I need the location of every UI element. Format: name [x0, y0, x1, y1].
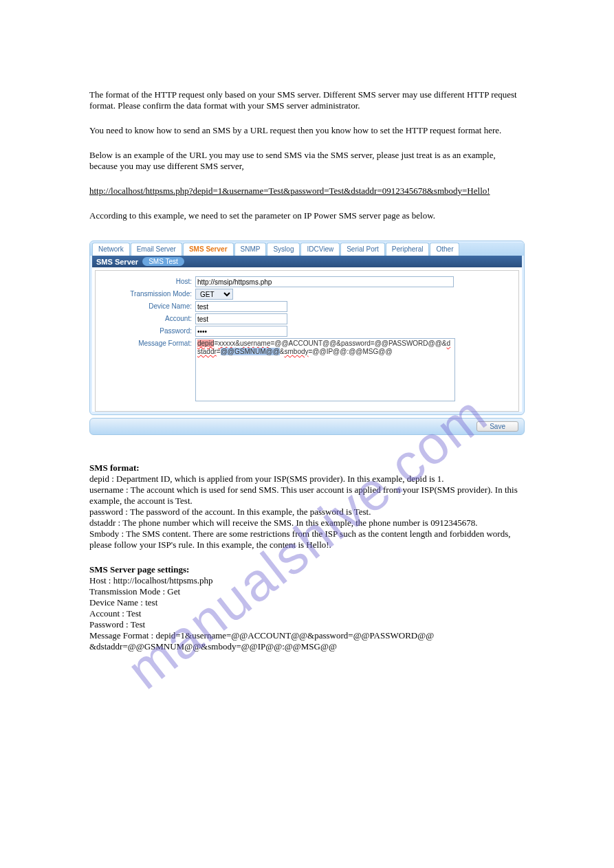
tab-sms-server[interactable]: SMS Server: [183, 243, 234, 256]
tab-label: Peripheral: [392, 245, 424, 253]
tab-network[interactable]: Network: [92, 243, 130, 256]
document-page: manualshive.com The format of the HTTP r…: [0, 0, 614, 868]
tab-email-server[interactable]: Email Server: [131, 243, 182, 256]
paragraph-intro1: The format of the HTTP request only base…: [89, 89, 525, 111]
url-example: http://localhost/httpsms.php?depid=1&use…: [89, 186, 525, 197]
label-password: Password:: [102, 326, 195, 335]
tab-label: IDCView: [307, 245, 333, 253]
setting-msgfmt: Message Format : depid=1&username=@@ACCO…: [89, 630, 525, 652]
setting-account: Account : Test: [89, 608, 525, 619]
tab-idcview[interactable]: IDCView: [300, 243, 340, 256]
label-host: Host:: [102, 276, 195, 285]
setting-password: Password : Test: [89, 619, 525, 630]
desc-password: password : The password of the account. …: [89, 507, 525, 518]
device-name-input[interactable]: [195, 301, 287, 312]
setting-mode: Transmission Mode : Get: [89, 586, 525, 597]
sms-test-button[interactable]: SMS Test: [142, 257, 184, 266]
message-format-textarea[interactable]: depid=xxxxx&username=@@ACCOUNT@@&passwor…: [195, 338, 455, 401]
label-device-name: Device Name:: [102, 301, 195, 310]
tab-other[interactable]: Other: [430, 243, 459, 256]
heading-settings: SMS Server page settings:: [89, 564, 525, 575]
tab-label: Network: [98, 245, 124, 253]
paragraph-intro2: You need to know how to send an SMS by a…: [89, 125, 525, 136]
setting-host: Host : http://localhost/httpsms.php: [89, 575, 525, 586]
tab-snmp[interactable]: SNMP: [234, 243, 267, 256]
tab-label: Serial Port: [347, 245, 379, 253]
host-input[interactable]: [195, 276, 454, 287]
panel-body: SMS Server SMS Test Host: Transmission M…: [92, 256, 522, 412]
desc-username: username : The account which is used for…: [89, 485, 525, 507]
tab-serial-port[interactable]: Serial Port: [340, 243, 385, 256]
setting-device: Device Name : test: [89, 597, 525, 608]
desc-depid: depid : Department ID, which is applied …: [89, 474, 525, 485]
section-title: SMS Server: [96, 258, 138, 266]
paragraph-intro3: Below is an example of the URL you may u…: [89, 150, 525, 172]
tab-label: SMS Server: [189, 245, 228, 253]
tab-label: Email Server: [137, 245, 176, 253]
tab-label: Syslog: [273, 245, 294, 253]
tab-label: SNMP: [241, 245, 261, 253]
save-button[interactable]: Save: [476, 421, 518, 432]
footer-bar: Save: [89, 418, 525, 435]
transmission-mode-select[interactable]: GET: [195, 289, 233, 300]
tab-peripheral[interactable]: Peripheral: [386, 243, 430, 256]
password-input[interactable]: [195, 326, 287, 337]
config-panel: Network Email Server SMS Server SNMP Sys…: [89, 241, 525, 415]
account-input[interactable]: [195, 313, 287, 324]
tab-label: Other: [436, 245, 453, 253]
tab-syslog[interactable]: Syslog: [267, 243, 300, 256]
label-transmission-mode: Transmission Mode:: [102, 289, 195, 298]
form-area: Host: Transmission Mode: GET Device Name…: [95, 270, 519, 412]
desc-smbody: Smbody : The SMS content. There are some…: [89, 528, 525, 550]
heading-sms-format: SMS format:: [89, 463, 525, 474]
tab-bar: Network Email Server SMS Server SNMP Sys…: [90, 243, 524, 256]
section-header: SMS Server SMS Test: [92, 256, 522, 267]
label-account: Account:: [102, 313, 195, 322]
paragraph-intro4: According to this example, we need to se…: [89, 210, 525, 221]
desc-dstaddr: dstaddr : The phone number which will re…: [89, 518, 525, 528]
label-message-format: Message Format:: [102, 338, 195, 347]
